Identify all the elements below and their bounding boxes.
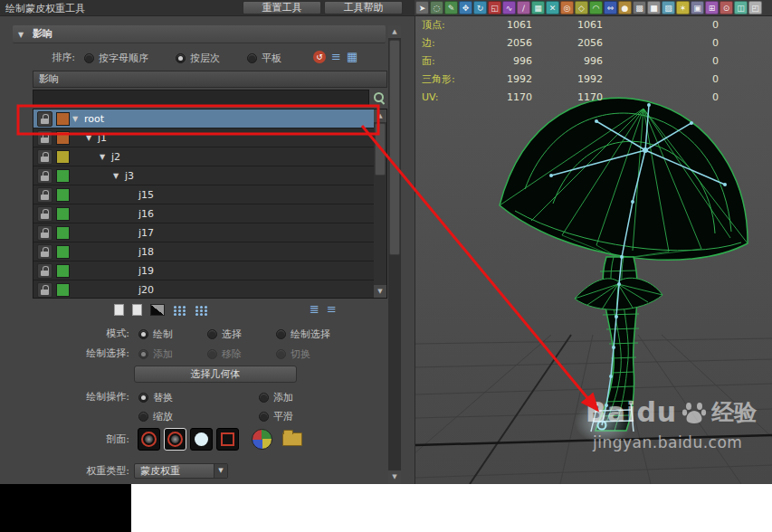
lock-icon[interactable] [37, 225, 52, 241]
radio-icon[interactable] [259, 412, 269, 422]
scroll-up-icon[interactable]: ▲ [374, 109, 386, 122]
weight-ramp-icon[interactable] [150, 304, 165, 316]
lock-icon[interactable] [37, 130, 52, 146]
wireframe-display-icon[interactable]: ▩ [633, 1, 646, 14]
paint-select-icon[interactable]: ✎ [444, 1, 458, 14]
chevron-down-icon[interactable]: ▼ [214, 464, 227, 478]
xray-display-icon[interactable]: ◫ [734, 1, 748, 14]
camera-icon[interactable]: ▣ [691, 1, 704, 14]
radio-icon[interactable] [138, 412, 148, 422]
radio-option-平滑[interactable]: 平滑 [259, 410, 293, 423]
brush-gaussian-icon[interactable] [138, 428, 160, 451]
move-tool-icon[interactable]: ✥ [459, 1, 472, 14]
influence-joint-list[interactable]: ▼root▼j1▼j2▼j3j15j16j17j18j19j20 ▲ ▼ [33, 109, 387, 299]
joint-color-swatch[interactable] [56, 283, 70, 297]
brush-square-icon[interactable] [216, 428, 239, 451]
radio-option-替换[interactable]: 替换 [138, 391, 173, 404]
show-hierarchy-icon[interactable]: ≣ [310, 303, 319, 316]
collapse-icon[interactable]: ▼ [18, 31, 24, 39]
radio-icon[interactable] [138, 349, 148, 359]
show-flat-list-icon[interactable]: ≡ [327, 303, 337, 316]
isolate-select-icon[interactable]: ◰ [748, 1, 762, 14]
quad-draw-icon[interactable]: ▦ [531, 1, 545, 14]
joint-row-j2[interactable]: ▼j2 [33, 147, 374, 166]
radio-option-缩放[interactable]: 缩放 [138, 410, 173, 423]
browse-profile-folder-icon[interactable] [282, 432, 302, 446]
joint-color-swatch[interactable] [56, 226, 70, 240]
paste-weights-icon[interactable] [132, 304, 142, 316]
radio-option-绘制选择[interactable]: 绘制选择 [276, 328, 330, 341]
scroll-down-icon[interactable]: ▼ [374, 285, 386, 298]
curve-tool-icon[interactable]: ∿ [502, 1, 516, 14]
joint-row-j1[interactable]: ▼j1 [33, 128, 374, 147]
panel-scrollbar-thumb[interactable] [389, 40, 400, 255]
radio-icon[interactable] [259, 393, 269, 403]
joint-color-swatch[interactable] [56, 169, 70, 183]
radio-icon[interactable] [276, 329, 286, 339]
expand-icon[interactable]: ▼ [100, 153, 111, 161]
joint-row-j19[interactable]: j19 [33, 261, 374, 280]
joint-row-j15[interactable]: j15 [33, 185, 374, 204]
lock-icon[interactable] [37, 206, 52, 222]
grid-view-icon[interactable]: ▦ [347, 51, 357, 63]
radio-icon[interactable] [247, 53, 257, 63]
influence-search-input[interactable] [33, 90, 369, 106]
radio-icon[interactable] [276, 349, 286, 359]
weight-dots-icon-2[interactable] [195, 304, 208, 316]
radio-option-添加[interactable]: 添加 [259, 391, 293, 404]
lock-icon[interactable] [37, 168, 52, 184]
joint-row-j3[interactable]: ▼j3 [33, 166, 374, 185]
radio-icon[interactable] [138, 329, 148, 339]
lock-icon[interactable] [37, 149, 52, 165]
lasso-tool-icon[interactable]: ◌ [430, 1, 443, 14]
weight-dots-icon-1[interactable] [173, 304, 186, 316]
radio-option-切换[interactable]: 切换 [276, 347, 310, 361]
joint-row-j20[interactable]: j20 [33, 280, 374, 299]
joint-row-root[interactable]: ▼root [33, 109, 374, 128]
pencil-tool-icon[interactable]: ∕ [517, 1, 530, 14]
lock-icon[interactable] [37, 263, 52, 279]
lock-icon[interactable] [37, 244, 52, 260]
target-weld-icon[interactable]: ◎ [560, 1, 574, 14]
refresh-influences-icon[interactable]: ↺ [313, 51, 326, 63]
radio-option-平板[interactable]: 平板 [247, 52, 281, 65]
tool-help-button[interactable]: 工具帮助 [324, 1, 403, 14]
radio-option-绘制[interactable]: 绘制 [138, 328, 173, 341]
crease-tool-icon[interactable]: ◇ [575, 1, 588, 14]
radio-option-按层次[interactable]: 按层次 [176, 52, 220, 65]
joint-row-j17[interactable]: j17 [33, 223, 374, 242]
smooth-tool-icon[interactable]: ◠ [589, 1, 603, 14]
joint-color-swatch[interactable] [56, 112, 70, 126]
joint-color-swatch[interactable] [56, 150, 70, 164]
lock-icon[interactable] [37, 282, 52, 298]
joint-color-swatch[interactable] [56, 245, 70, 259]
rotate-tool-icon[interactable]: ↻ [473, 1, 487, 14]
scale-tool-icon[interactable]: ◱ [488, 1, 501, 14]
radio-option-按字母顺序[interactable]: 按字母顺序 [84, 52, 148, 65]
radio-option-选择[interactable]: 选择 [207, 328, 242, 341]
radio-icon[interactable] [207, 329, 217, 339]
joint-list-scrollbar[interactable]: ▲ ▼ [374, 109, 386, 298]
weight-type-dropdown[interactable]: 蒙皮权重 ▼ [134, 463, 228, 479]
joint-color-swatch[interactable] [56, 264, 70, 278]
select-geometry-button[interactable]: 选择几何体 [134, 366, 297, 383]
expand-icon[interactable]: ▼ [86, 134, 98, 142]
brush-solid-icon[interactable] [190, 428, 213, 451]
stamp-profile-sphere-icon[interactable] [252, 429, 272, 450]
snap-point-icon[interactable]: ⊙ [720, 1, 733, 14]
radio-option-移除[interactable]: 移除 [207, 347, 242, 361]
expand-icon[interactable]: ▼ [72, 115, 84, 123]
perspective-viewport[interactable]: 顶点:106110610边:205620560面:9969960三角形:1992… [415, 16, 772, 484]
lock-icon[interactable] [37, 187, 52, 203]
snap-grid-icon[interactable]: ⊞ [705, 1, 719, 14]
expand-icon[interactable]: ▼ [113, 172, 125, 180]
joint-color-swatch[interactable] [56, 131, 70, 145]
multi-cut-icon[interactable]: ✕ [546, 1, 559, 14]
brush-soft-icon[interactable] [164, 428, 186, 451]
select-tool-icon[interactable]: ➤ [415, 1, 429, 14]
joint-color-swatch[interactable] [56, 207, 70, 221]
lock-icon[interactable] [37, 111, 52, 127]
influence-section-header[interactable]: ▼ 影响 [13, 25, 386, 43]
search-icon[interactable] [373, 91, 386, 104]
list-view-icon[interactable]: ≡ [331, 51, 341, 63]
